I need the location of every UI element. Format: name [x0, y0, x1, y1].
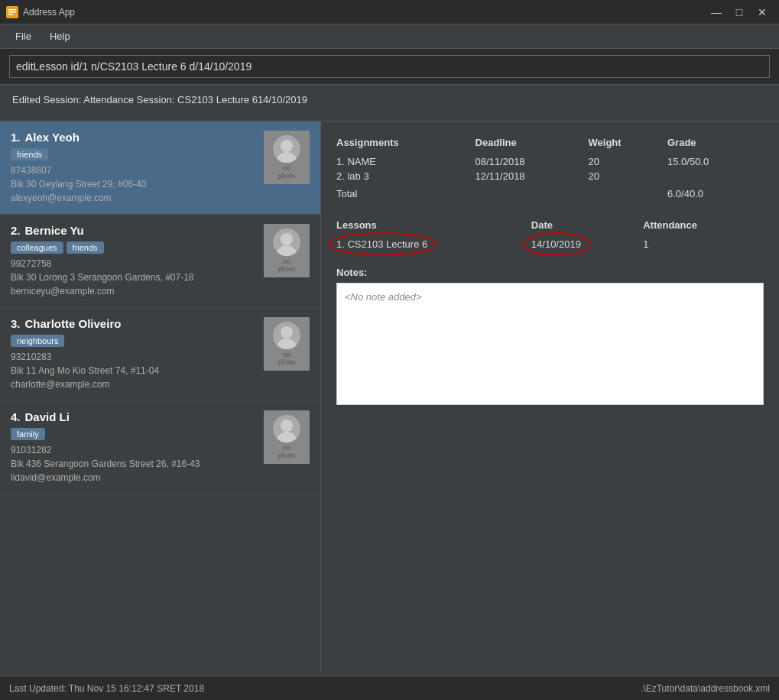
assignment-deadline-1: 08/11/2018	[476, 154, 589, 169]
assignment-name-2: 2. lab 3	[336, 169, 476, 183]
total-label: Total	[336, 183, 476, 201]
close-button[interactable]: ✕	[751, 5, 773, 20]
tag-family: family	[11, 428, 45, 440]
photo-label-1: nophoto	[278, 164, 296, 180]
svg-rect-2	[8, 11, 16, 13]
command-input[interactable]	[9, 55, 770, 78]
status-right: .\EzTutor\data\addressbook.xml	[641, 683, 770, 694]
person-card-1[interactable]: 1.Alex Yeohfriends87438807Blk 30 Geylang…	[0, 122, 320, 215]
menu-help[interactable]: Help	[41, 28, 80, 45]
total-grade: 6.0/40.0	[667, 183, 764, 201]
person-photo-2: nophoto	[264, 224, 310, 277]
maximize-button[interactable]: □	[729, 5, 750, 20]
person-tags-4: family	[11, 428, 256, 443]
assignment-grade-1: 15.0/50.0	[667, 154, 764, 169]
result-bar: Edited Session: Attendance Session: CS21…	[0, 85, 779, 122]
lesson-name-1: 1. CS2103 Lecture 6	[336, 237, 531, 251]
svg-rect-1	[8, 9, 16, 11]
notes-section: Notes: <No note added>	[336, 267, 764, 405]
person-tags-3: neighbours	[11, 335, 256, 350]
title-bar: Address App — □ ✕	[0, 0, 779, 24]
status-left: Last Updated: Thu Nov 15 16:12:47 SRET 2…	[9, 683, 204, 694]
lesson-attendance-1: 1	[643, 237, 764, 251]
person-tags-2: colleaguesfriends	[11, 241, 256, 257]
person-card-2[interactable]: 2.Bernice Yucolleaguesfriends99272758Blk…	[0, 215, 320, 308]
photo-label-3: nophoto	[278, 351, 296, 366]
col-deadline: Deadline	[476, 134, 589, 154]
person-name-3: 3.Charlotte Oliveiro	[11, 317, 256, 330]
photo-label-4: nophoto	[278, 444, 296, 459]
detail-panel: Assignments Deadline Weight Grade 1. NAM…	[321, 122, 779, 672]
minimize-button[interactable]: —	[706, 5, 727, 20]
person-info-1: 1.Alex Yeohfriends87438807Blk 30 Geylang…	[11, 131, 256, 205]
assignment-deadline-2: 12/11/2018	[476, 169, 589, 183]
person-photo-1: nophoto	[264, 131, 310, 184]
person-info-2: 2.Bernice Yucolleaguesfriends99272758Blk…	[11, 224, 256, 298]
notes-box[interactable]: <No note added>	[336, 283, 764, 405]
person-detail-1: 87438807Blk 30 Geylang Street 29, #06-40…	[11, 164, 256, 205]
assignment-row-1: 1. NAME 08/11/2018 20 15.0/50.0	[336, 154, 764, 169]
avatar-1	[273, 135, 300, 163]
col-grade: Grade	[667, 134, 764, 154]
assignment-name-1: 1. NAME	[336, 154, 476, 169]
lesson-date-1: 14/10/2019	[531, 237, 643, 251]
lesson-name-highlighted: 1. CS2103 Lecture 6	[336, 238, 427, 250]
avatar-2	[273, 228, 300, 256]
assignment-total-row: Total 6.0/40.0	[336, 183, 764, 201]
person-card-3[interactable]: 3.Charlotte Oliveironeighbours93210283Bl…	[0, 308, 320, 401]
person-detail-3: 93210283Blk 11 Ang Mo Kio Street 74, #11…	[11, 350, 256, 391]
col-lessons: Lessons	[336, 216, 531, 237]
tag-colleagues: colleagues	[11, 241, 63, 254]
result-text: Edited Session: Attendance Session: CS21…	[12, 94, 307, 105]
person-tags-1: friends	[11, 148, 256, 164]
assignment-grade-2	[667, 169, 764, 183]
command-bar	[0, 49, 779, 85]
person-list: 1.Alex Yeohfriends87438807Blk 30 Geylang…	[0, 122, 321, 672]
assignments-section: Assignments Deadline Weight Grade 1. NAM…	[336, 134, 764, 201]
col-attendance: Attendance	[643, 216, 764, 237]
col-weight: Weight	[589, 134, 667, 154]
person-info-4: 4.David Lifamily91031282Blk 436 Serangoo…	[11, 410, 256, 484]
person-photo-4: nophoto	[264, 410, 310, 464]
person-photo-3: nophoto	[264, 317, 310, 371]
lessons-section: Lessons Date Attendance 1. CS2103 Lectur…	[336, 216, 764, 251]
notes-placeholder: <No note added>	[345, 291, 421, 303]
person-name-4: 4.David Li	[11, 410, 256, 423]
assignment-row-2: 2. lab 3 12/11/2018 20	[336, 169, 764, 183]
tag-friends: friends	[11, 148, 48, 160]
main-area: 1.Alex Yeohfriends87438807Blk 30 Geylang…	[0, 122, 779, 672]
person-card-4[interactable]: 4.David Lifamily91031282Blk 436 Serangoo…	[0, 401, 320, 494]
window-controls: — □ ✕	[706, 5, 773, 20]
lesson-date-highlighted: 14/10/2019	[531, 238, 581, 250]
app-icon	[6, 6, 18, 18]
person-detail-2: 99272758Blk 30 Lorong 3 Serangoon Garden…	[11, 257, 256, 298]
person-info-3: 3.Charlotte Oliveironeighbours93210283Bl…	[11, 317, 256, 391]
avatar-3	[273, 322, 300, 349]
status-bar: Last Updated: Thu Nov 15 16:12:47 SRET 2…	[0, 676, 779, 700]
col-assignments: Assignments	[336, 134, 476, 154]
svg-rect-3	[8, 14, 13, 15]
lessons-table: Lessons Date Attendance 1. CS2103 Lectur…	[336, 216, 764, 251]
notes-label: Notes:	[336, 267, 764, 278]
assignment-weight-2: 20	[589, 169, 667, 183]
photo-label-2: nophoto	[278, 258, 296, 273]
app-title: Address App	[23, 7, 706, 18]
person-name-2: 2.Bernice Yu	[11, 224, 256, 237]
assignments-table: Assignments Deadline Weight Grade 1. NAM…	[336, 134, 764, 201]
person-name-1: 1.Alex Yeoh	[11, 131, 256, 144]
menu-bar: File Help	[0, 24, 779, 49]
person-detail-4: 91031282Blk 436 Serangoon Gardens Street…	[11, 443, 256, 484]
tag-friends: friends	[67, 241, 104, 254]
col-date: Date	[531, 216, 643, 237]
lesson-row-1: 1. CS2103 Lecture 6 14/10/2019 1	[336, 237, 764, 251]
menu-file[interactable]: File	[6, 28, 41, 45]
assignment-weight-1: 20	[589, 154, 667, 169]
avatar-4	[273, 415, 300, 442]
tag-neighbours: neighbours	[11, 335, 64, 347]
